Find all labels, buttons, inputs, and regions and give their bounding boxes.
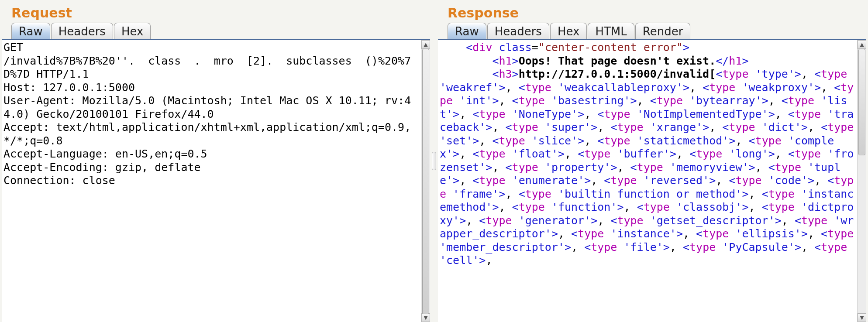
scroll-up-icon[interactable]: ▲ bbox=[421, 40, 430, 49]
request-editor-wrap: GET /invalid%7B%7B%20''.__class__.__mro_… bbox=[2, 39, 430, 322]
response-panel: Response RawHeadersHexHTMLRender <div cl… bbox=[436, 0, 868, 322]
request-tab-headers[interactable]: Headers bbox=[51, 23, 113, 40]
request-panel: Request RawHeadersHex GET /invalid%7B%7B… bbox=[0, 0, 432, 322]
app-root: Request RawHeadersHex GET /invalid%7B%7B… bbox=[0, 0, 868, 322]
response-tab-raw[interactable]: Raw bbox=[448, 23, 486, 40]
response-scrollbar[interactable]: ▲ ▼ bbox=[857, 40, 866, 322]
scroll-up-icon[interactable]: ▲ bbox=[858, 40, 866, 49]
scroll-track[interactable] bbox=[421, 49, 430, 313]
request-scrollbar[interactable]: ▲ ▼ bbox=[421, 40, 430, 322]
response-tab-render[interactable]: Render bbox=[635, 23, 691, 40]
request-tab-hex[interactable]: Hex bbox=[114, 23, 151, 40]
response-tab-headers[interactable]: Headers bbox=[487, 23, 549, 40]
panel-divider[interactable] bbox=[432, 0, 436, 322]
response-tab-hex[interactable]: Hex bbox=[550, 23, 587, 40]
request-title: Request bbox=[2, 2, 430, 22]
scroll-thumb[interactable] bbox=[858, 49, 865, 155]
scroll-thumb[interactable] bbox=[422, 49, 429, 314]
response-tab-row: RawHeadersHexHTMLRender bbox=[438, 22, 866, 39]
response-raw-editor[interactable]: <div class="center-content error"> <h1>O… bbox=[438, 40, 858, 322]
divider-handle-icon[interactable] bbox=[432, 152, 436, 170]
scroll-track[interactable] bbox=[858, 49, 866, 313]
scroll-down-icon[interactable]: ▼ bbox=[421, 313, 430, 322]
request-raw-editor[interactable]: GET /invalid%7B%7B%20''.__class__.__mro_… bbox=[2, 40, 421, 322]
request-tab-raw[interactable]: Raw bbox=[11, 23, 50, 40]
response-tab-html[interactable]: HTML bbox=[588, 23, 634, 40]
response-title: Response bbox=[438, 2, 866, 22]
response-editor-wrap: <div class="center-content error"> <h1>O… bbox=[438, 39, 866, 322]
request-tab-row: RawHeadersHex bbox=[2, 22, 430, 39]
scroll-down-icon[interactable]: ▼ bbox=[858, 313, 866, 322]
